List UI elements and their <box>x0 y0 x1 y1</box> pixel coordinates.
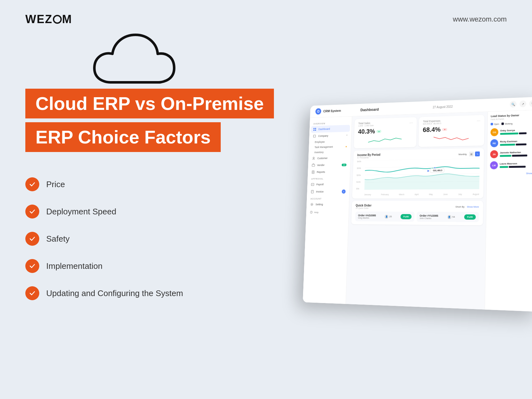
fulfil-btn-1[interactable]: Fulfil <box>400 214 411 219</box>
order-count-2: 👤 54 <box>447 215 455 219</box>
quick-order-show-more[interactable]: Show More <box>467 205 479 208</box>
check-label-updating: Updating and Configuring the System <box>46 288 183 298</box>
x-mar: March <box>399 193 404 196</box>
kpi-cards-row: Total Sales 1,645 · 2,480 Sale ⋯ 40.3% ▲ <box>354 115 484 149</box>
income-chart-card: Income By Period In Thousands Monthly ▦ … <box>352 148 484 199</box>
title-section: Cloud ERP vs On-Premise ERP Choice Facto… <box>25 89 274 152</box>
order-info-2: Order #YU2085 John Charles <box>420 214 438 219</box>
lead-bar-jannete-open <box>500 155 511 157</box>
sidebar-item-payroll[interactable]: Payroll <box>307 181 350 188</box>
order-id-2: Order #YU2085 <box>420 214 438 217</box>
check-item-implementation: Implementation <box>25 259 183 273</box>
search-icon[interactable]: 🔍 <box>510 101 516 108</box>
line-chart-icon[interactable]: ∿ <box>475 151 480 156</box>
lead-bar-onky-open <box>500 132 518 135</box>
dashboard-main-content: Total Sales 1,645 · 2,480 Sale ⋯ 40.3% ▲ <box>346 112 487 309</box>
check-icon-deployment <box>25 205 39 218</box>
sidebar-item-customer[interactable]: Customer <box>308 154 351 162</box>
svg-rect-2 <box>314 128 314 129</box>
order-id-1: Order #AD2085 <box>358 214 376 217</box>
lead-person-jannete: JN Jannete Natherlan <box>490 149 532 158</box>
sidebar-label-invoice: Invoice <box>316 190 324 193</box>
kpi-sales-menu[interactable]: ⋯ <box>409 121 413 125</box>
y-label-10k: $10k <box>356 181 360 183</box>
legend-working: Working <box>502 122 513 125</box>
sidebar-label-dashboard: Dashboard <box>318 127 330 130</box>
check-item-safety: Safety <box>25 232 183 246</box>
order-count-icon-1: 👤 <box>384 214 389 218</box>
sidebar-approval-label: APPROVAL <box>307 175 350 181</box>
quick-order-sort[interactable]: Short By <box>455 205 465 208</box>
sidebar-item-reports[interactable]: Reports <box>308 168 350 176</box>
title-line-1: Cloud ERP vs On-Premise <box>35 93 264 114</box>
sidebar-label-company: Company <box>318 134 328 137</box>
check-icon-updating <box>25 286 39 300</box>
kpi-expenses-menu[interactable]: ⋯ <box>477 118 480 123</box>
income-period[interactable]: Monthly <box>459 153 467 155</box>
lead-show-more[interactable]: Show More <box>490 172 532 175</box>
company-chevron: ▾ <box>346 134 348 136</box>
quick-order-controls: Short By Show More <box>455 205 479 208</box>
title-box-1: Cloud ERP vs On-Premise <box>25 89 274 118</box>
bar-chart-icon[interactable]: ▦ <box>469 152 474 157</box>
income-chart-area: $40k $30k $20k $10k $5k <box>356 158 480 195</box>
sidebar-account-label: ACCOUNT <box>307 195 349 201</box>
quick-order-subtitle: 20 Quick Order <box>356 207 371 209</box>
lead-bar-ricky-open <box>500 144 515 146</box>
dashboard-header-icons: 🔍 ↗ ↻ <box>510 100 532 108</box>
svg-line-23 <box>365 174 479 175</box>
sidebar-label-setting: Setting <box>315 203 323 206</box>
check-icon-implementation <box>25 259 39 273</box>
check-icon-safety <box>25 232 39 246</box>
dashboard-logo-icon <box>315 108 321 115</box>
export-icon[interactable]: ↗ <box>519 100 526 107</box>
order-info-1: Order #AD2085 Greg Marthin <box>358 214 376 219</box>
order-item-2: Order #YU2085 John Charles 👤 54 Fulfil <box>417 212 479 222</box>
kpi-expenses-sublabel: $20,608.8 · $8,400.5 <box>423 122 441 125</box>
website-url: www.wezom.com <box>453 15 507 23</box>
lead-bar-laura-open <box>500 166 508 168</box>
order-item-1: Order #AD2085 Greg Marthin 👤 25 Fulfil <box>355 212 415 222</box>
lead-person-onky: OS Onky Soerya <box>491 127 532 136</box>
avatar-onky: OS <box>491 128 498 136</box>
dashboard-page-title: Dashboard <box>360 107 379 112</box>
x-apr: April <box>415 193 419 195</box>
lead-name-jannete: Jannete Natherlan <box>500 151 532 154</box>
sidebar-item-setting[interactable]: Setting <box>307 201 349 208</box>
dashboard-body: OVERVIEW Dashboard Company ▾ Employee Ta… <box>303 110 532 312</box>
chart-tooltip: · $31,480.5 <box>430 168 444 173</box>
check-icon-price <box>25 177 39 191</box>
legend-label-open: Open <box>494 123 499 125</box>
y-label-30k: $30k <box>357 167 361 169</box>
refresh-icon[interactable]: ↻ <box>529 100 532 107</box>
fulfil-btn-2[interactable]: Fulfil <box>464 214 476 220</box>
svg-point-18 <box>311 203 313 206</box>
lead-bar-laura-working <box>509 166 526 168</box>
kpi-total-sales: Total Sales 1,645 · 2,480 Sale ⋯ 40.3% ▲ <box>354 117 417 149</box>
lead-bars-ricky <box>500 143 532 146</box>
kpi-total-expenses: Total Expenses $20,608.8 · $8,400.5 ⋯ 68… <box>418 115 484 147</box>
sidebar-label-customer: Customer <box>317 157 328 160</box>
svg-rect-3 <box>315 128 316 129</box>
income-controls: Monthly ▦ ∿ <box>459 151 480 157</box>
lead-bar-ricky-working <box>516 143 527 146</box>
sidebar-help[interactable]: ? Help <box>306 208 349 217</box>
kpi-sales-sublabel: 1,645 · 2,480 Sale <box>358 124 374 127</box>
vendor-badge: 10 <box>342 163 346 166</box>
orders-list: Order #AD2085 Greg Marthin 👤 25 Fulfil <box>355 212 479 222</box>
lead-name-ricky: Ricky Eastman <box>500 139 532 143</box>
sidebar-item-vendor[interactable]: Vendor 10 <box>308 161 351 169</box>
y-label-5k: $5k <box>356 188 360 190</box>
invoice-badge: 5 <box>342 189 345 193</box>
lead-name-onky: Onky Soerya <box>500 128 532 132</box>
checklist: Price Deployment Speed Safety Implementa… <box>25 177 183 314</box>
income-chart-title: Income By Period <box>357 153 380 157</box>
kpi-sales-sparkline <box>358 135 412 145</box>
dashboard-frame: CRM System Dashboard 27 August 2022 🔍 ↗ … <box>303 97 532 312</box>
lead-bars-jannete <box>500 154 532 157</box>
svg-line-21 <box>365 158 480 160</box>
lead-status-panel: Lead Status by Owner Fariz Al Farish Ope… <box>484 110 532 312</box>
sidebar-item-invoice[interactable]: Invoice 5 <box>307 188 349 195</box>
quick-order-header: Quick Order 20 Quick Order Short By Show… <box>356 204 479 210</box>
dashboard-app-name: CRM System <box>323 109 341 113</box>
